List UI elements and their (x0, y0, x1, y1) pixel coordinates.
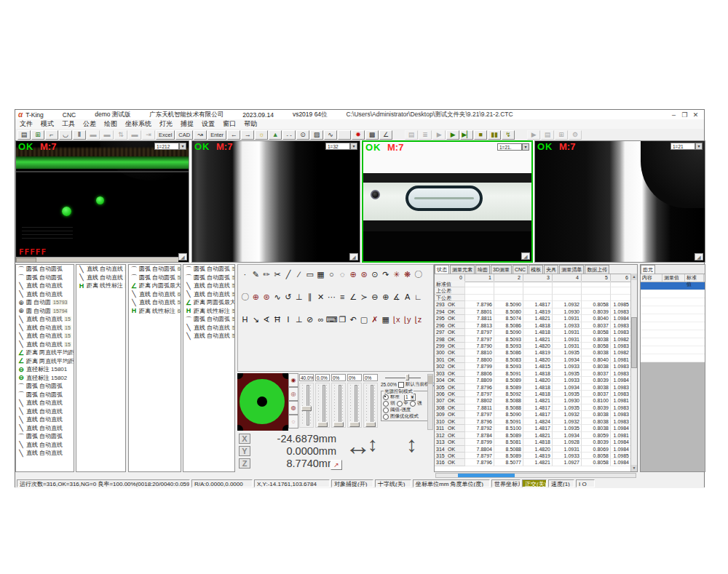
line-2-icon[interactable]: ∕ (294, 269, 304, 279)
selected-row[interactable] (641, 282, 705, 290)
list-item[interactable]: ⌒圆弧自动圆弧66 (129, 265, 181, 274)
tab-element[interactable]: 图元 (641, 265, 655, 274)
list-item[interactable]: ∠距离两直线平均距 (16, 348, 74, 357)
open-program-button[interactable]: ⊞ (31, 130, 44, 140)
mode-optimize-radio[interactable] (383, 414, 389, 420)
probe-path-button[interactable]: ⌐ (45, 130, 58, 140)
table-row[interactable]: 293OK7.87968.50901.48171.09320.80581.098… (435, 301, 631, 308)
wave-icon[interactable]: ∿ (272, 292, 282, 302)
table-row[interactable]: 315OK7.87978.50891.48191.09330.80581.098… (435, 453, 631, 459)
hatch-fill-button[interactable]: ▨ (310, 130, 323, 140)
multiline-icon[interactable]: ≡ (338, 292, 348, 302)
magnification-select[interactable]: 1=21. (497, 143, 522, 151)
coord-x-icon[interactable]: ⌊x (392, 314, 402, 324)
list-item[interactable]: ⌒圆弧自动圆弧55 (183, 315, 234, 324)
gear-circle-icon[interactable]: ✳ (392, 269, 402, 279)
camera-view-2[interactable]: OK M:7 1=32 ▾ ◢ (191, 140, 360, 263)
list-item[interactable]: ╲直线自动直线 (16, 449, 74, 458)
ring-off-icon[interactable]: ◌ (288, 415, 298, 428)
resize-handle-icon[interactable]: ◢ (695, 253, 703, 260)
undo-icon[interactable]: ↶ (348, 314, 358, 324)
list-item[interactable]: ⌒圆弧自动圆弧 (16, 432, 74, 441)
default-mode-checkbox[interactable] (398, 382, 404, 388)
empty-row[interactable] (641, 354, 705, 362)
label-a-icon[interactable]: A (403, 292, 413, 302)
menu-item[interactable]: 灯光 (159, 119, 173, 129)
coord-z-icon[interactable]: ⌊z (414, 314, 424, 324)
excel-export-button[interactable]: Excel (156, 130, 175, 140)
plot-export-button[interactable]: ↝ (194, 130, 207, 140)
run-pause-button[interactable]: ▮▮ (488, 130, 501, 140)
table-row[interactable]: 标准值 (435, 281, 631, 287)
list-item[interactable]: ╲直线自动直线 (16, 282, 74, 290)
slider-track[interactable] (299, 383, 314, 428)
list-item[interactable]: ⊕圆自动圆15793 (16, 298, 74, 307)
jog-y-arrow-icon[interactable]: ↕ (368, 433, 378, 456)
circle-dashed-icon[interactable]: ◌ (338, 269, 348, 279)
parallel-icon[interactable]: ∥ (305, 292, 315, 302)
target3-icon[interactable]: ⊕ (251, 292, 261, 302)
table-row[interactable]: 310OK7.87968.50911.48241.09320.80381.098… (435, 418, 631, 425)
list-item[interactable]: ⌒圆弧自动圆弧 (16, 265, 74, 274)
menu-item[interactable]: 设置 (202, 119, 215, 129)
list-item[interactable]: ╲直线自动直线 (16, 424, 74, 433)
list-item[interactable]: ∠距离两直线平均距 (16, 357, 74, 366)
empty-row[interactable] (641, 322, 705, 330)
probe-icon[interactable]: ⊘ (305, 314, 315, 324)
cross-icon[interactable]: ✕ (316, 292, 326, 302)
status-segment[interactable]: 正交(关) (522, 479, 547, 487)
table-tab[interactable]: 状态 (435, 265, 449, 274)
resize-handle-icon[interactable]: ◢ (521, 252, 530, 260)
slider-track[interactable] (363, 383, 378, 428)
right-angle-icon[interactable]: ∟ (414, 292, 424, 302)
point-icon[interactable]: · (240, 269, 250, 279)
run-to-end-button[interactable]: ▶▏ (460, 130, 473, 140)
gear-circle2-icon[interactable]: ❋ (403, 269, 413, 279)
list-item[interactable]: ╲直线自动直线55 (183, 324, 234, 332)
list-item[interactable]: ╲直线自动直线3 (76, 274, 125, 282)
menu-item[interactable]: 捕捉 (181, 119, 194, 129)
table-row[interactable]: 309OK7.87978.50901.48171.09320.80381.098… (435, 411, 631, 418)
ellipse-icon[interactable]: 〇 (414, 269, 424, 279)
status-segment[interactable]: 对象捕捉(开) (331, 479, 373, 487)
dim-linear-icon[interactable]: H (240, 314, 250, 324)
table-row[interactable]: 302OK7.87998.50931.48151.09330.80381.098… (435, 363, 631, 370)
table-row[interactable]: 296OK7.88138.50861.48181.09330.80371.098… (435, 322, 631, 329)
circle-plus-icon[interactable]: ⊕ (381, 292, 391, 302)
table-row[interactable]: 304OK7.88098.50891.48201.09330.80391.098… (435, 377, 631, 383)
table-row[interactable]: 316OK7.87968.50771.48211.09270.80581.098… (435, 459, 631, 466)
table-row[interactable]: 308OK7.88118.50881.48171.09350.80391.098… (435, 404, 631, 411)
list-item[interactable]: ⊖直径标注15802 (16, 374, 74, 383)
close-button[interactable]: ✕ (690, 111, 701, 119)
chain-icon[interactable]: ∞ (316, 314, 326, 324)
circle-target-icon[interactable]: ⊕ (348, 269, 358, 279)
spiral-icon[interactable]: ↺ (283, 292, 293, 302)
delete-icon[interactable]: ✗ (370, 314, 380, 324)
status-segment[interactable]: 十字线(关) (375, 479, 411, 487)
list-item[interactable]: ∠距离两圆弧最大距 (183, 298, 234, 307)
list-item[interactable]: ⊖直径标注15801 (16, 365, 74, 374)
chevron-down-icon[interactable]: ▾ (695, 143, 703, 150)
status-segment[interactable]: 速度(1) (548, 479, 574, 487)
mode-threshold-radio[interactable] (383, 407, 389, 413)
menu-item[interactable]: 绘图 (104, 119, 117, 129)
circle-icon[interactable]: ○ (327, 269, 337, 279)
copy-icon[interactable]: ❐ (338, 314, 348, 324)
coord-y-icon[interactable]: ⌊y (403, 314, 413, 324)
list-item[interactable]: ╲直线自动直线15 (16, 332, 74, 340)
empty-row[interactable] (641, 290, 705, 298)
caliper-icon[interactable]: ≻ (359, 292, 369, 302)
table-vertical-scrollbar[interactable]: ▲ ▼ (630, 274, 637, 471)
list-item[interactable]: ⌒圆弧自动圆弧55 (183, 274, 234, 282)
grid-icon[interactable]: ▦ (381, 314, 391, 324)
list-item[interactable]: H距离线性标注55 (183, 307, 234, 316)
ring-half-icon[interactable]: ◍ (288, 401, 298, 415)
table-row[interactable]: 297OK7.87978.50901.48181.09310.80581.098… (435, 329, 631, 335)
camera-view-4[interactable]: OK M:7 1=21 ▾ ◢ (534, 140, 705, 263)
camera-scrollbar[interactable] (16, 257, 178, 262)
list-item[interactable]: ⌒圆弧自动圆弧 (16, 391, 74, 399)
chevron-down-icon[interactable]: ▾ (179, 143, 186, 150)
magnification-select[interactable]: 1=212 (154, 143, 179, 150)
minimize-button[interactable]: – (668, 111, 679, 119)
table-tab[interactable]: 3D测量 (491, 265, 512, 274)
